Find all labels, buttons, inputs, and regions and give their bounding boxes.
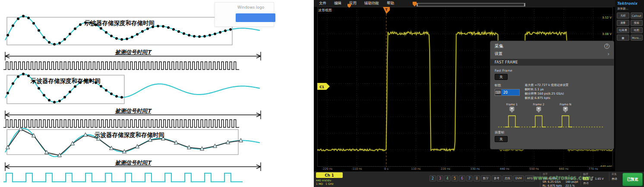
frame-count-input[interactable]: ⌨ 20 [495, 89, 520, 96]
channel-button-5[interactable]: 6 [459, 175, 465, 181]
time-label-3: 0 s [384, 167, 388, 171]
frame-count-value[interactable]: 20 [502, 89, 519, 95]
sample-dot [136, 33, 139, 36]
sample-dot [203, 35, 206, 38]
sample-dot [183, 32, 185, 35]
right-toolbar: Tektronix 添加新... 光标 Callout 测量 搜索 结果表 绘图… [615, 0, 644, 171]
bottom-bar: Ch 1 440 mV/div 1 MΩ 1 GHz 2345678 数字参考总… [314, 171, 644, 187]
sample-dot [110, 35, 113, 37]
menu-item-5[interactable]: 帮助 [387, 1, 394, 6]
keypad-icon[interactable]: ⌨ [495, 89, 502, 95]
sample-dot [58, 42, 61, 44]
fastframe-toggle[interactable]: 关 [495, 74, 508, 80]
menu-item-4[interactable]: 辅助功能 [364, 1, 379, 6]
add-new-label: 添加新... [617, 7, 643, 11]
feature-button-3[interactable]: 总线 [502, 175, 512, 181]
help-icon[interactable]: ? [604, 44, 609, 49]
frame-tag-1: Frame 1 [506, 103, 518, 106]
sampling-clock-wave [3, 120, 239, 127]
sample-dot [229, 28, 232, 31]
time-label-8: 550 ns [530, 167, 539, 171]
sample-dot [115, 95, 118, 98]
info-line-3: 帧分辨率:160 ps(6.25 GS/s) [525, 92, 568, 96]
channel-1-badge[interactable]: Ch 1 440 mV/div 1 MΩ 1 GHz [316, 172, 347, 185]
sample-dot [193, 35, 196, 38]
feature-buttons: 数字参考总线DVMAFG [481, 175, 535, 181]
sample-dot [27, 75, 30, 77]
time-label-2: -110 ns [351, 167, 362, 171]
display-settings-icon-button[interactable]: ▦ [617, 35, 629, 41]
volt-label-1: 3.52 V [602, 16, 612, 19]
channel-1-scale: 440 mV/div [316, 179, 347, 182]
cursor-button[interactable]: 光标 [617, 13, 629, 19]
time-label-10: 770 ns [589, 167, 598, 171]
time-label-4: 110 ns [411, 167, 421, 171]
sample-dot [12, 82, 14, 85]
channel-button-6[interactable]: 7 [466, 175, 473, 181]
fastframe-section-header: FAST FRAME [490, 59, 614, 66]
tektronix-logo: Tektronix [617, 1, 643, 6]
sample-dot [69, 91, 71, 93]
sample-dot [162, 25, 164, 28]
channel-button-2[interactable]: 3 [437, 175, 443, 181]
overlay-button[interactable] [236, 13, 275, 22]
acquisition-panel: 采集 ? 设置 › FAST FRAME Fast Frame 关 帧数 ⌨ 2… [490, 41, 614, 149]
sample-dot [131, 36, 133, 38]
measure-button[interactable]: 测量 [617, 20, 629, 26]
frames-diagram: Frame 1Frame 2Frame N [495, 102, 607, 130]
time-axis: -220 ns-110 ns0 s110 ns220 ns330 ns440 n… [317, 167, 613, 171]
sample-dot [38, 87, 40, 90]
menu-item-1[interactable]: 文件 [319, 1, 326, 6]
channel-button-1[interactable]: 2 [429, 175, 436, 181]
menu-item-2[interactable]: 编辑 [334, 1, 341, 6]
callout-button[interactable]: Callout [631, 13, 643, 19]
sample-dot [48, 99, 51, 101]
sample-dot [100, 85, 102, 88]
sample-dot [22, 73, 25, 75]
sample-dot [146, 28, 149, 30]
info-line-2: 帧时长:1.1 μs [525, 88, 568, 92]
sample-dot [17, 18, 19, 20]
frame-pulse [559, 116, 572, 127]
fastframe-label: Fast Frame [495, 69, 609, 73]
settings-row[interactable]: 设置 › [490, 50, 614, 59]
frame-tag-2: Frame 2 [533, 103, 544, 106]
results-table-button[interactable]: 结果表 [617, 27, 629, 33]
feature-button-2[interactable]: 参考 [492, 175, 502, 181]
fastframe-info: 最大值 =72.727 k 使用记录设置 帧时长:1.1 μs 帧分辨率:160… [525, 83, 568, 100]
run-stop-button[interactable]: 已预览 [622, 173, 643, 186]
summary-frame-toggle[interactable]: 关 [495, 136, 508, 142]
search-button[interactable]: 搜索 [631, 20, 643, 26]
channel-1-specs: 1 MΩ 1 GHz [316, 182, 347, 185]
channel-1-impedance: 1 MΩ [316, 182, 323, 185]
sample-dot [69, 33, 71, 35]
feature-button-4[interactable]: DVM [513, 175, 524, 181]
sample-dot [74, 86, 76, 88]
trigger-mode: 自动 [583, 181, 607, 185]
waveform-view-tab[interactable]: 波形视图 [318, 8, 332, 13]
channel-buttons: 2345678 [429, 175, 480, 181]
channel-button-3[interactable]: 4 [444, 175, 451, 181]
sampling-clock-wave [3, 62, 239, 70]
channel-1-bandwidth: 1 GHz [325, 182, 334, 185]
watermark-text: www.cntronics.com [533, 174, 591, 181]
more-button[interactable]: More... [631, 35, 643, 41]
plot-button[interactable]: 绘图 [631, 27, 643, 33]
frame-count-label: 帧数 [495, 83, 520, 88]
time-label-9: 660 ns [559, 167, 568, 171]
feature-button-1[interactable]: 数字 [481, 175, 491, 181]
ch1-marker-label: C1 [319, 85, 324, 89]
channel-button-4[interactable]: 5 [451, 175, 458, 181]
acquisition-mode: 自动 [612, 177, 622, 181]
sample-dot [53, 101, 56, 104]
sample-dot [141, 30, 144, 33]
panel-title: 采集 [495, 43, 503, 49]
acquisition-readout[interactable]: 采集 自动 [609, 172, 622, 181]
sample-dot [167, 26, 170, 29]
channel-button-7[interactable]: 8 [474, 175, 480, 181]
diagram-1-time-label: 被测信号时间T [115, 49, 152, 55]
channel-1-tab[interactable]: Ch 1 [316, 172, 343, 178]
sample-dot [157, 25, 159, 27]
sample-dot [43, 36, 45, 39]
trigger-flag-label: T [385, 8, 388, 12]
